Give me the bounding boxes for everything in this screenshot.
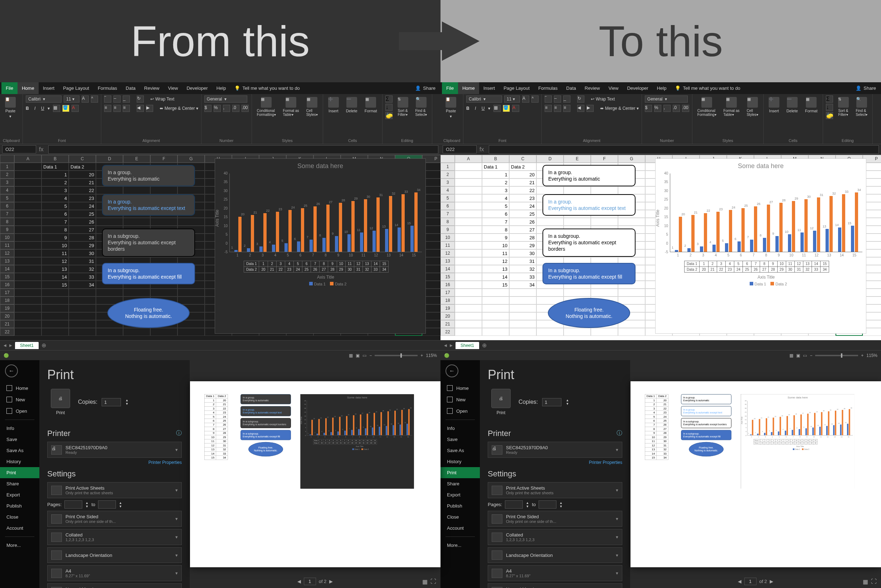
align-right-icon[interactable]: ≡ bbox=[123, 105, 130, 112]
cell-empty[interactable] bbox=[123, 289, 150, 297]
cell-C10[interactable]: 28 bbox=[69, 234, 96, 242]
cell-empty[interactable] bbox=[14, 242, 42, 249]
find-select-button[interactable]: 🔍Find & Select▾ bbox=[413, 96, 429, 118]
cell-empty[interactable] bbox=[69, 312, 96, 320]
cell-B15[interactable]: 14 bbox=[42, 273, 69, 281]
cell-empty[interactable] bbox=[42, 297, 69, 304]
cell-empty[interactable] bbox=[14, 186, 42, 194]
cell-empty[interactable] bbox=[455, 210, 482, 218]
cell-empty[interactable] bbox=[591, 328, 618, 336]
cell-C13[interactable]: 31 bbox=[69, 257, 96, 265]
nav-home[interactable]: Home bbox=[0, 382, 39, 394]
tab-nav-prev-icon[interactable]: ◀ bbox=[4, 344, 6, 347]
orientation-icon[interactable]: ↻ bbox=[137, 96, 144, 103]
cell-empty[interactable] bbox=[177, 289, 205, 297]
prev-page-icon[interactable]: ◀ bbox=[738, 579, 741, 584]
cell-B1[interactable]: Data 1 bbox=[42, 163, 69, 171]
cell-B2[interactable]: 1 bbox=[482, 171, 509, 178]
cell-B7[interactable]: 6 bbox=[482, 210, 509, 218]
callout-1[interactable]: In a group.Everything is automatic bbox=[543, 165, 636, 186]
align-middle-icon[interactable]: – bbox=[554, 96, 561, 103]
menu-tab-developer[interactable]: Developer bbox=[182, 82, 212, 94]
decrease-decimal-icon[interactable]: .00 bbox=[682, 105, 689, 112]
cell-empty[interactable] bbox=[14, 257, 42, 265]
row-header-5[interactable]: 5 bbox=[0, 194, 14, 202]
cell-empty[interactable] bbox=[14, 178, 42, 186]
column-header-C[interactable]: C bbox=[509, 155, 537, 163]
percent-icon[interactable]: % bbox=[654, 105, 661, 112]
cell-C1[interactable]: Data 2 bbox=[509, 163, 537, 171]
row-header-16[interactable]: 16 bbox=[440, 281, 455, 289]
row-header-17[interactable]: 17 bbox=[0, 289, 14, 297]
page-from-input[interactable] bbox=[505, 500, 523, 508]
cell-empty[interactable] bbox=[509, 312, 537, 320]
setting-4[interactable]: A48.27" x 11.69"▾ bbox=[47, 565, 182, 581]
menu-tab-view[interactable]: View bbox=[604, 82, 622, 94]
cell-empty[interactable] bbox=[14, 281, 42, 289]
cell-B8[interactable]: 7 bbox=[42, 218, 69, 226]
decrease-font-icon[interactable]: ᴬ bbox=[91, 96, 98, 103]
conditional-formatting-button[interactable]: ▦Conditional Formatting▾ bbox=[255, 96, 278, 118]
cell-empty[interactable] bbox=[150, 328, 177, 336]
delete-cells-button[interactable]: ➖Delete bbox=[785, 96, 800, 114]
cell-empty[interactable] bbox=[482, 328, 509, 336]
format-cells-button[interactable]: ▦Format bbox=[803, 96, 820, 114]
cell-empty[interactable] bbox=[123, 186, 150, 194]
column-header-B[interactable]: B bbox=[42, 155, 69, 163]
wrap-text-button[interactable]: ↩ Wrap Text bbox=[591, 97, 615, 102]
cell-empty[interactable] bbox=[14, 202, 42, 210]
view-break-icon[interactable]: ▭ bbox=[803, 353, 807, 358]
cell-empty[interactable] bbox=[537, 289, 564, 297]
cell-empty[interactable] bbox=[14, 328, 42, 336]
callout-5[interactable]: Floating free.Nothing is automatic. bbox=[548, 298, 630, 328]
chart[interactable]: Some data here Axis Title -5051015202530… bbox=[300, 394, 413, 489]
fx-icon[interactable]: fx bbox=[477, 146, 487, 153]
cell-empty[interactable] bbox=[150, 289, 177, 297]
cell-empty[interactable] bbox=[455, 171, 482, 178]
fill-icon[interactable]: ↓ bbox=[385, 104, 392, 111]
callout-4[interactable]: In a subgroup.Everything is automatic ex… bbox=[543, 263, 636, 284]
row-header-2[interactable]: 2 bbox=[440, 171, 455, 178]
cell-C7[interactable]: 25 bbox=[69, 210, 96, 218]
zoom-value[interactable]: 115% bbox=[426, 353, 437, 358]
find-select-button[interactable]: 🔍Find & Select▾ bbox=[854, 96, 870, 118]
row-header-19[interactable]: 19 bbox=[0, 304, 14, 312]
cell-empty[interactable] bbox=[42, 312, 69, 320]
sheet-tab-1[interactable]: Sheet1 bbox=[456, 342, 479, 349]
printer-dropdown[interactable]: 🖨SEC84251970D9A0Ready▾ bbox=[488, 442, 622, 458]
cell-empty[interactable] bbox=[537, 218, 564, 226]
cell-empty[interactable] bbox=[69, 328, 96, 336]
cell-C12[interactable]: 30 bbox=[69, 249, 96, 257]
decrease-decimal-icon[interactable]: .00 bbox=[242, 105, 249, 112]
view-break-icon[interactable]: ▭ bbox=[362, 353, 367, 358]
page-to-input[interactable] bbox=[98, 500, 116, 508]
cell-empty[interactable] bbox=[482, 297, 509, 304]
font-name-dropdown[interactable]: Calibri ▾ bbox=[26, 96, 62, 103]
formula-input[interactable] bbox=[48, 145, 438, 154]
cell-empty[interactable] bbox=[14, 273, 42, 281]
cell-C4[interactable]: 22 bbox=[69, 186, 96, 194]
setting-0[interactable]: Print Active SheetsOnly print the active… bbox=[47, 482, 182, 498]
border-button[interactable]: ▦ bbox=[493, 105, 501, 112]
cell-C14[interactable]: 32 bbox=[509, 265, 537, 273]
nav-history[interactable]: History bbox=[0, 456, 39, 467]
cell-B2[interactable]: 1 bbox=[42, 171, 69, 178]
autosum-icon[interactable]: Σ bbox=[826, 96, 833, 103]
row-header-14[interactable]: 14 bbox=[440, 265, 455, 273]
bold-button[interactable]: B bbox=[26, 106, 29, 111]
cell-empty[interactable] bbox=[455, 218, 482, 226]
cell-styles-button[interactable]: ▦Cell Styles▾ bbox=[304, 96, 320, 118]
cell-B16[interactable]: 15 bbox=[42, 281, 69, 289]
cell-empty[interactable] bbox=[455, 281, 482, 289]
cell-C16[interactable]: 34 bbox=[509, 281, 537, 289]
cell-empty[interactable] bbox=[482, 304, 509, 312]
row-header-12[interactable]: 12 bbox=[440, 249, 455, 257]
pages-range[interactable]: Pages:▲▼to▲▼ bbox=[47, 500, 182, 508]
nav-save[interactable]: Save bbox=[0, 434, 39, 445]
menu-tab-home[interactable]: Home bbox=[18, 82, 39, 94]
row-header-7[interactable]: 7 bbox=[0, 210, 14, 218]
cell-empty[interactable] bbox=[455, 186, 482, 194]
zoom-out-icon[interactable]: − bbox=[369, 353, 372, 358]
tab-nav-next-icon[interactable]: ▶ bbox=[450, 344, 453, 347]
setting-1[interactable]: Print One SidedOnly print on one side of… bbox=[47, 511, 182, 527]
